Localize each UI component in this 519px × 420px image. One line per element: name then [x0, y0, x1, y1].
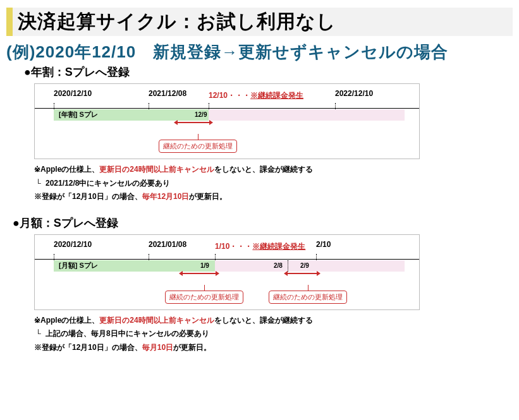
annual-bar-label: [年割] Sプレ: [59, 110, 98, 119]
page-title-text: 決済起算サイクル：お試し利用なし: [18, 8, 336, 36]
annual-heading: ●年割：Sプレへ登録: [24, 64, 513, 80]
mini-date-129: 12/9: [195, 111, 207, 118]
page-title: 決済起算サイクル：お試し利用なし: [6, 8, 513, 36]
note-line-2: 上記の場合、毎月8日中にキャンセルの必要あり: [34, 327, 513, 341]
renewal-window-arrow-2: [288, 273, 317, 274]
renewal-window-arrow: [178, 122, 209, 123]
annual-notes: ※Appleの仕様上、更新日の24時間以上前キャンセルをしないと、課金が継続する…: [34, 163, 513, 204]
monthly-callout-1: 継続のための更新処理: [165, 291, 243, 304]
tick-renewal-eve: 2021/12/08: [149, 89, 186, 98]
monthly-diagram: 2020/12/10 2021/01/08 1/10・・・※継続課金発生 2/1…: [34, 234, 420, 310]
note-line-2: 2021/12/8中にキャンセルの必要あり: [34, 177, 513, 191]
bar-pink: [215, 260, 405, 272]
note-line-3: ※登録が「12月10日」の場合、毎月10日が更新日。: [34, 341, 513, 355]
mini-date-28: 2/8: [274, 262, 283, 269]
renewal-window-arrow-1: [183, 273, 216, 274]
mini-date-19: 1/9: [200, 262, 209, 269]
title-accent-bar: [6, 8, 13, 36]
annual-timeline: 2020/12/10 2021/12/08 12/10・・・※継続課金発生 20…: [35, 90, 419, 135]
axis-line: [35, 259, 419, 260]
tick-start: 2020/12/10: [54, 240, 92, 249]
example-heading: (例)2020年12/10 新規登録→更新せずキャンセルの場合: [6, 41, 513, 63]
monthly-heading: ●月額：Sプレへ登録: [13, 215, 513, 231]
annual-diagram: 2020/12/10 2021/12/08 12/10・・・※継続課金発生 20…: [34, 83, 420, 159]
note-line-1: ※Appleの仕様上、更新日の24時間以上前キャンセルをしないと、課金が継続する: [34, 314, 513, 328]
monthly-timeline: 2020/12/10 2021/01/08 1/10・・・※継続課金発生 2/1…: [35, 241, 419, 285]
tick-renewal-eve: 2021/01/08: [149, 240, 186, 249]
monthly-notes: ※Appleの仕様上、更新日の24時間以上前キャンセルをしないと、課金が継続する…: [34, 314, 513, 355]
tick-next: 2022/12/10: [335, 89, 373, 98]
mini-date-29: 2/9: [300, 262, 309, 269]
annual-callout: 継続のための更新処理: [159, 140, 237, 153]
tick-next: 2/10: [316, 240, 331, 249]
monthly-callout-2: 継続のための更新処理: [269, 291, 347, 304]
monthly-bar-label: [月額] Sプレ: [59, 261, 98, 270]
note-line-3: ※登録が「12月10日」の場合、毎年12月10日が更新日。: [34, 190, 513, 204]
note-line-1: ※Appleの仕様上、更新日の24時間以上前キャンセルをしないと、課金が継続する: [34, 163, 513, 177]
renewal-label: 12/10・・・※継続課金発生: [209, 89, 303, 101]
axis-line: [35, 108, 419, 109]
bar-pink: [209, 109, 405, 121]
renewal-label: 1/10・・・※継続課金発生: [215, 240, 305, 252]
tick-start: 2020/12/10: [54, 89, 92, 98]
